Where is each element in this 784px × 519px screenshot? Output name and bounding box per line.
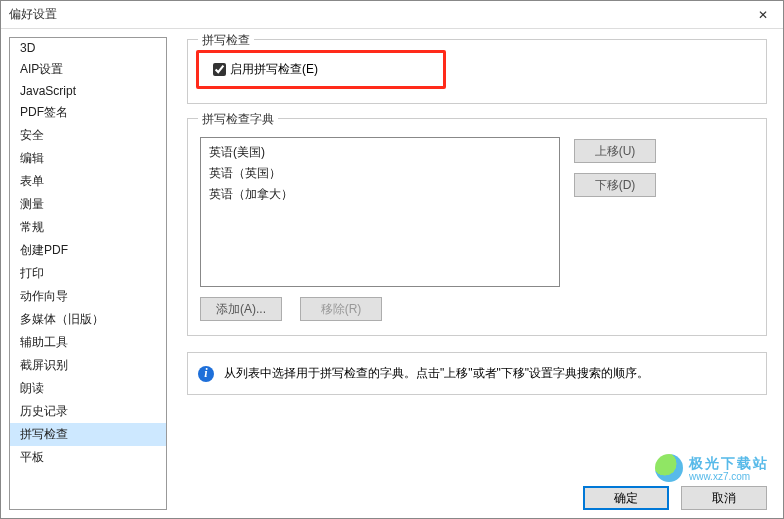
highlight-box: 启用拼写检查(E) bbox=[196, 50, 446, 89]
spellcheck-group-label: 拼写检查 bbox=[198, 32, 254, 49]
add-dictionary-button[interactable]: 添加(A)... bbox=[200, 297, 282, 321]
titlebar: 偏好设置 ✕ bbox=[1, 1, 783, 29]
sidebar-item[interactable]: 打印 bbox=[10, 262, 166, 285]
dictionary-group-label: 拼写检查字典 bbox=[198, 111, 278, 128]
sidebar-item[interactable]: AIP设置 bbox=[10, 58, 166, 81]
info-box: i 从列表中选择用于拼写检查的字典。点击"上移"或者"下移"设置字典搜索的顺序。 bbox=[187, 352, 767, 395]
close-icon: ✕ bbox=[758, 8, 768, 22]
sidebar-item[interactable]: 截屏识别 bbox=[10, 354, 166, 377]
move-buttons: 上移(U) 下移(D) bbox=[574, 139, 656, 287]
info-text: 从列表中选择用于拼写检查的字典。点击"上移"或者"下移"设置字典搜索的顺序。 bbox=[224, 365, 649, 382]
sidebar-item[interactable]: 表单 bbox=[10, 170, 166, 193]
enable-spellcheck-row[interactable]: 启用拼写检查(E) bbox=[205, 59, 437, 80]
move-down-button[interactable]: 下移(D) bbox=[574, 173, 656, 197]
dictionary-area: 英语(美国)英语（英国）英语（加拿大） 上移(U) 下移(D) bbox=[200, 137, 754, 287]
info-icon: i bbox=[198, 366, 214, 382]
dictionary-group: 拼写检查字典 英语(美国)英语（英国）英语（加拿大） 上移(U) 下移(D) 添… bbox=[187, 118, 767, 336]
sidebar-item[interactable]: 多媒体（旧版） bbox=[10, 308, 166, 331]
dictionary-list-item[interactable]: 英语(美国) bbox=[209, 142, 551, 163]
preferences-window: 偏好设置 ✕ 3DAIP设置JavaScriptPDF签名安全编辑表单测量常规创… bbox=[0, 0, 784, 519]
sidebar-item[interactable]: 动作向导 bbox=[10, 285, 166, 308]
sidebar-item[interactable]: 安全 bbox=[10, 124, 166, 147]
spellcheck-group: 拼写检查 启用拼写检查(E) bbox=[187, 39, 767, 104]
sidebar-item[interactable]: 朗读 bbox=[10, 377, 166, 400]
sidebar-item[interactable]: 测量 bbox=[10, 193, 166, 216]
dictionary-list-item[interactable]: 英语（英国） bbox=[209, 163, 551, 184]
sidebar-item[interactable]: 创建PDF bbox=[10, 239, 166, 262]
main-panel: 拼写检查 启用拼写检查(E) 拼写检查字典 英语(美国)英语（英国）英语（加拿大… bbox=[167, 29, 783, 518]
sidebar-item[interactable]: 历史记录 bbox=[10, 400, 166, 423]
category-sidebar[interactable]: 3DAIP设置JavaScriptPDF签名安全编辑表单测量常规创建PDF打印动… bbox=[9, 37, 167, 510]
sidebar-item[interactable]: 辅助工具 bbox=[10, 331, 166, 354]
move-up-button[interactable]: 上移(U) bbox=[574, 139, 656, 163]
dictionary-list-item[interactable]: 英语（加拿大） bbox=[209, 184, 551, 205]
sidebar-item[interactable]: JavaScript bbox=[10, 81, 166, 101]
watermark-text-cn: 极光下载站 bbox=[689, 455, 769, 473]
sidebar-item[interactable]: 平板 bbox=[10, 446, 166, 469]
remove-dictionary-button[interactable]: 移除(R) bbox=[300, 297, 382, 321]
dictionary-list[interactable]: 英语(美国)英语（英国）英语（加拿大） bbox=[200, 137, 560, 287]
window-body: 3DAIP设置JavaScriptPDF签名安全编辑表单测量常规创建PDF打印动… bbox=[1, 29, 783, 518]
close-button[interactable]: ✕ bbox=[743, 1, 783, 29]
enable-spellcheck-checkbox[interactable] bbox=[213, 63, 226, 76]
cancel-button[interactable]: 取消 bbox=[681, 486, 767, 510]
enable-spellcheck-label: 启用拼写检查(E) bbox=[230, 61, 318, 78]
sidebar-item[interactable]: 3D bbox=[10, 38, 166, 58]
sidebar-item[interactable]: 拼写检查 bbox=[10, 423, 166, 446]
dialog-footer: 确定 取消 bbox=[567, 476, 783, 519]
window-title: 偏好设置 bbox=[1, 6, 743, 23]
sidebar-item[interactable]: 编辑 bbox=[10, 147, 166, 170]
ok-button[interactable]: 确定 bbox=[583, 486, 669, 510]
sidebar-item[interactable]: 常规 bbox=[10, 216, 166, 239]
dictionary-actions: 添加(A)... 移除(R) bbox=[200, 297, 754, 321]
sidebar-item[interactable]: PDF签名 bbox=[10, 101, 166, 124]
